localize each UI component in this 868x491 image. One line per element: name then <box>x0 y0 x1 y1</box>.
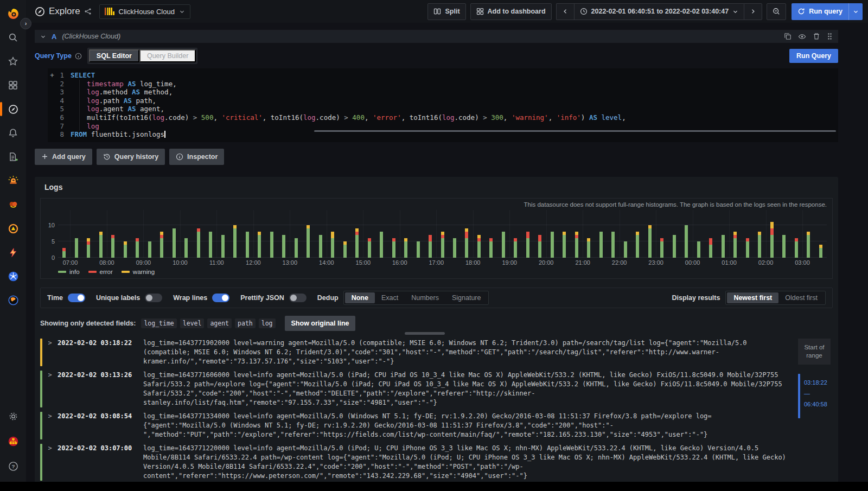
duplicate-query-icon[interactable] <box>784 33 792 40</box>
sidebar-item-alerting[interactable] <box>2 125 24 141</box>
sidebar-item-synthetics-plugin[interactable] <box>2 292 24 308</box>
sidebar-item-settings[interactable] <box>2 408 24 424</box>
histogram-bar[interactable] <box>673 235 676 258</box>
histogram-bar[interactable] <box>160 232 163 258</box>
tab-query-builder[interactable]: Query Builder <box>139 49 196 62</box>
run-query-button[interactable]: Run query <box>792 3 848 20</box>
add-query-button[interactable]: Add query <box>35 149 92 165</box>
histogram-bar[interactable] <box>624 241 627 258</box>
expand-row-icon[interactable]: > <box>46 412 54 439</box>
drag-query-grip-icon[interactable] <box>827 33 833 40</box>
histogram-bar[interactable] <box>87 238 90 258</box>
log-row[interactable]: >2022-02-02 03:07:00log_time=16437712200… <box>40 442 789 483</box>
histogram-bar[interactable] <box>770 222 774 258</box>
histogram-bar[interactable] <box>795 238 798 258</box>
sidebar-item-incident-plugin[interactable] <box>2 220 24 237</box>
histogram-bar[interactable] <box>722 235 725 258</box>
histogram-bar[interactable] <box>587 238 590 258</box>
histogram-bar[interactable] <box>782 235 786 258</box>
histogram-bar[interactable] <box>733 232 737 258</box>
remove-query-trash-icon[interactable] <box>813 33 820 40</box>
histogram-bar[interactable] <box>136 238 139 258</box>
logs-scrollbar-thumb[interactable] <box>405 332 445 335</box>
query-type-info-icon[interactable] <box>75 53 82 60</box>
sidebar-item-dashboards[interactable] <box>2 77 24 93</box>
log-row[interactable]: >2022-02-02 03:08:54log_time=16437713340… <box>40 410 789 442</box>
datasource-picker[interactable]: ClickHouse Cloud <box>99 4 190 19</box>
add-to-dashboard-button[interactable]: Add to dashboard <box>470 3 552 20</box>
time-range-picker[interactable]: 2022-02-01 06:40:51 to 2022-02-02 03:40:… <box>574 3 744 20</box>
histogram-bar[interactable] <box>282 235 285 258</box>
sidebar-item-explore[interactable] <box>2 101 24 117</box>
histogram-bar[interactable] <box>99 232 103 258</box>
histogram-bar[interactable] <box>477 235 481 258</box>
field-pill-log_time[interactable]: log_time <box>141 318 176 328</box>
sidebar-item-search[interactable] <box>2 29 24 46</box>
run-query-editor-button[interactable]: Run Query <box>789 49 838 63</box>
field-pill-path[interactable]: path <box>235 318 256 328</box>
histogram-bar[interactable] <box>258 232 261 258</box>
histogram-bar[interactable] <box>697 241 700 258</box>
grafana-logo[interactable] <box>2 5 24 22</box>
histogram-bar[interactable] <box>355 228 359 258</box>
expand-row-icon[interactable]: > <box>46 444 54 481</box>
display-option-newest-first[interactable]: Newest first <box>727 292 778 303</box>
query-row-header[interactable]: A (ClickHouse Cloud) <box>35 30 838 43</box>
histogram-bar[interactable] <box>685 225 688 258</box>
sql-editor[interactable]: +1SELECT2 timestamp AS log_time,3 log.me… <box>48 68 838 142</box>
inspector-button[interactable]: Inspector <box>169 149 224 165</box>
histogram-bar[interactable] <box>148 241 151 258</box>
legend-item-warning[interactable]: warning <box>122 269 155 275</box>
show-original-line-button[interactable]: Show original line <box>285 316 356 331</box>
histogram-bar[interactable] <box>807 232 810 258</box>
histogram-bar[interactable] <box>184 238 188 258</box>
histogram-bar[interactable] <box>124 241 127 258</box>
histogram-bar[interactable] <box>526 232 529 258</box>
histogram-bar[interactable] <box>331 232 334 258</box>
histogram-bar[interactable] <box>75 238 78 258</box>
histogram-bar[interactable] <box>514 238 517 258</box>
sidebar-item-server-admin[interactable] <box>2 433 24 449</box>
histogram-bar[interactable] <box>380 232 383 258</box>
dedup-option-signature[interactable]: Signature <box>445 292 488 303</box>
tab-sql-editor[interactable]: SQL Editor <box>89 49 139 62</box>
time-range-back-button[interactable] <box>556 3 574 20</box>
histogram-bar[interactable] <box>392 238 395 258</box>
field-pill-level[interactable]: level <box>180 318 205 328</box>
split-button[interactable]: Split <box>427 3 465 20</box>
unique-labels-toggle[interactable] <box>145 294 162 302</box>
histogram-bar[interactable] <box>111 235 114 258</box>
histogram-bar[interactable] <box>502 232 505 258</box>
collapse-query-icon[interactable] <box>40 34 46 40</box>
expand-sidebar-button[interactable]: › <box>20 18 31 29</box>
wrap-lines-toggle[interactable] <box>212 294 229 302</box>
display-option-oldest-first[interactable]: Oldest first <box>778 292 824 303</box>
share-icon[interactable] <box>84 8 92 15</box>
expand-row-icon[interactable]: > <box>46 339 54 366</box>
histogram-bar[interactable] <box>758 232 761 258</box>
log-row[interactable]: >2022-02-02 03:18:22log_time=16437719020… <box>40 336 789 368</box>
histogram-bar[interactable] <box>441 232 444 258</box>
histogram-bar[interactable] <box>62 248 66 258</box>
histogram-bar[interactable] <box>489 238 493 258</box>
run-query-caret-button[interactable] <box>848 3 863 20</box>
editor-horizontal-scrollbar[interactable] <box>314 130 836 132</box>
dedup-option-numbers[interactable]: Numbers <box>405 292 445 303</box>
histogram-bar[interactable] <box>197 228 200 258</box>
dedup-option-exact[interactable]: Exact <box>375 292 405 303</box>
sidebar-item-docs[interactable] <box>2 149 24 165</box>
histogram-bar[interactable] <box>819 245 822 258</box>
histogram-bar[interactable] <box>173 228 176 258</box>
histogram-bar[interactable] <box>233 225 237 258</box>
histogram-bar[interactable] <box>404 238 407 258</box>
histogram-bar[interactable] <box>319 235 322 258</box>
sidebar-item-ml-plugin[interactable] <box>2 196 24 213</box>
zoom-out-time-button[interactable] <box>767 3 786 20</box>
histogram-bar[interactable] <box>575 232 578 258</box>
histogram-bar[interactable] <box>453 238 456 258</box>
sidebar-item-alarm-plugin[interactable] <box>2 173 24 189</box>
dedup-option-none[interactable]: None <box>345 292 375 303</box>
histogram-bar[interactable] <box>270 232 273 258</box>
histogram-bar[interactable] <box>551 232 554 258</box>
histogram-bar[interactable] <box>636 232 639 258</box>
